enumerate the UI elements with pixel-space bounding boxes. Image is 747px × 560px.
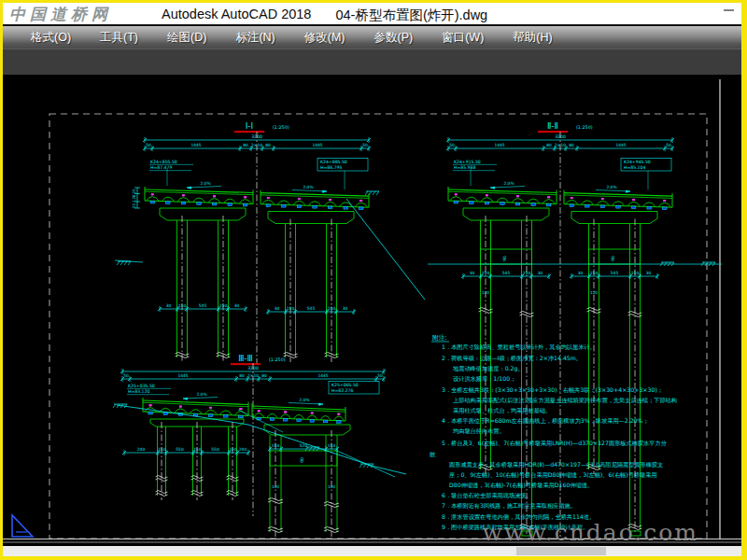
application-window: 中国道桥网 Autodesk AutoCAD 2018 04-桥型布置图(炸开)… [0,0,747,560]
dim-label: 50 [666,143,671,147]
dim-label: 1445 [190,143,201,147]
menu-item-1[interactable]: 工具(T) [100,30,138,46]
menu-item-0[interactable]: 格式(O) [31,30,71,46]
note-line: 4．本桥平面位于R=680m左右圆曲线上，桥面横坡为3%，纵坡采用—2.20%； [442,417,649,425]
title-bar: 中国道桥网 Autodesk AutoCAD 2018 04-桥型布置图(炸开)… [3,3,741,26]
menu-item-4[interactable]: 修改(M) [304,30,345,46]
dim-label: 545 [502,271,511,275]
menu-item-6[interactable]: 窗口(W) [442,30,484,46]
ucs-icon [12,515,33,537]
dim-label: K25+035.50 [128,384,155,388]
dim-label: H=87.479 [150,165,172,170]
section-title: Ⅱ-Ⅱ [547,121,558,131]
dim-label: 30 [578,271,584,275]
minimize-button[interactable] [724,9,734,11]
section-i-i: Ⅰ-Ⅰ(1:250)3200501445802×1080144550K24+85… [115,121,425,365]
note-line: 均由墩台径向布置。 [452,427,505,435]
dim-label: 2.0% [606,185,616,189]
dim-label: 1445 [615,143,626,147]
dim-label: 90 [300,457,304,463]
dim-label: 150 [272,443,280,448]
dim-label: 2.0% [303,185,313,189]
dim-label: 30 [166,303,172,308]
scrollbar-thumb[interactable] [516,547,606,555]
note-line: 2．荷载等级：公路—Ⅰ级；桥面净宽：2×净14.45m。 [442,355,582,362]
dim-label: 150 [193,447,202,452]
dim-label: 120 [590,290,598,295]
note-line: D80伸缩缝，3(右幅)-7(右幅)号桥墩采用D160伸缩缝。 [449,482,593,489]
dim-label: 30 [470,271,475,275]
dim-label: 90 [502,256,507,261]
dim-label: 50 [377,373,383,378]
dim-label: 150 [178,303,187,308]
dim-label: K24+915.50 [454,160,481,164]
menu-item-5[interactable]: 参数(P) [374,30,414,46]
note-line: 7．本桥附近有3回线路，施工时注意采取相应措施。 [442,502,576,510]
dim-label: H=85.104 [624,165,645,170]
drawing-canvas[interactable]: Ⅰ-Ⅰ(1:250)3200501445802×1080144550K24+85… [3,77,741,546]
window-title: Autodesk AutoCAD 2018 04-桥型布置图(炸开).dwg [162,7,487,24]
dim-label: 150 [219,303,228,308]
section-iii-iii: Ⅲ-Ⅲ(1:250)3200501445802×1080144550K25+03… [113,354,406,537]
app-name: Autodesk AutoCAD 2018 [162,7,311,24]
dim-label: 150 [523,271,531,275]
dim-label: 1445 [317,373,328,378]
dim-label: 50 [146,143,151,147]
dim-label: 80 [265,143,271,147]
dim-label: 80 [261,373,267,378]
dim-label: 30 [343,306,348,311]
dim-label: 545 [611,271,619,275]
menu-item-7[interactable]: 帮助(H) [513,30,552,46]
toolbar-strip [3,49,741,75]
dim-label: 150 [287,306,295,311]
dim-label: 240 [239,447,247,452]
dim-label: 240 [137,447,146,452]
note-line: 1．本图尺寸除标高、里程桩号以米计外，其余均以厘米计。 [442,343,596,351]
horizontal-scrollbar[interactable] [3,546,741,556]
dim-label: H=86.795 [320,165,342,170]
dim-label: 2.0% [299,398,309,402]
note-line: 散 [430,451,436,458]
section-title: Ⅲ-Ⅲ [238,354,253,363]
menu-item-3[interactable]: 标注(N) [235,30,275,46]
note-line: 6．墩台垫石砼全部采用现场浇筑。 [442,492,532,499]
cad-drawing: Ⅰ-Ⅰ(1:250)3200501445802×1080144550K24+85… [3,77,741,546]
dim-label: 150 [590,271,599,275]
dim-label: H=85.988 [454,165,475,170]
section-scale: (1:250) [269,357,286,362]
dim-label: 30 [234,303,240,308]
document-name: 04-桥型布置图(炸开).dwg [335,7,487,24]
dim-label: 30 [646,271,652,275]
dim-label: K25+065.50 [331,383,359,387]
menu-item-2[interactable]: 绘图(D) [167,30,206,46]
dim-label: 120 [482,290,489,295]
dim-label: 1445 [494,143,504,147]
note-line: 圆形减震支座；其余桥墩采用HDR(Ⅱ)—d470×197—C1.0高阻尼隔震型圆… [449,461,663,469]
dim-label: 80 [546,143,552,147]
dim-label: 80 [239,373,245,378]
note-line: 地震动峰值加速度：0.2g。 [453,365,524,372]
dim-label: 130 [132,194,136,202]
section-title: Ⅰ-Ⅰ [246,121,254,131]
dim-label: 90 [611,256,615,261]
dim-label: 1445 [177,373,188,378]
dim-label: 80 [569,143,574,147]
note-line: 上部结构采用装配式(后张法)预应力混凝土连续箱梁跨径布置，先简支后连续；下部结构 [453,397,677,404]
dim-label: 150 [631,271,640,275]
dim-label: 150 [229,447,237,452]
section-scale: (1:250) [576,125,593,130]
dim-label: 30 [275,306,280,311]
dim-label: 150 [482,271,490,275]
dim-label: 545 [199,303,207,308]
dim-label: 50 [123,373,129,378]
dim-label: 2.0% [200,181,210,186]
dim-label: K24+855.50 [150,160,177,164]
dim-label: 150 [328,306,336,311]
note-line: 采用柱式墩、柱式台，均采用桩基础。 [453,407,551,414]
section-scale: (1:250) [273,125,289,130]
note-line: 座；0、9(左幅)、10(右幅)号桥台采用D80伸缩缝，3(左幅)、6(右幅)号… [449,471,657,479]
dim-label: 550 [211,447,219,452]
dim-label: K24+945.50 [624,160,651,164]
note-line: 3．全桥左幅共3联：(3×30+3×30+3×30)，右幅共3联：(3×30+4… [442,386,663,394]
dim-label: 1445 [312,143,322,147]
